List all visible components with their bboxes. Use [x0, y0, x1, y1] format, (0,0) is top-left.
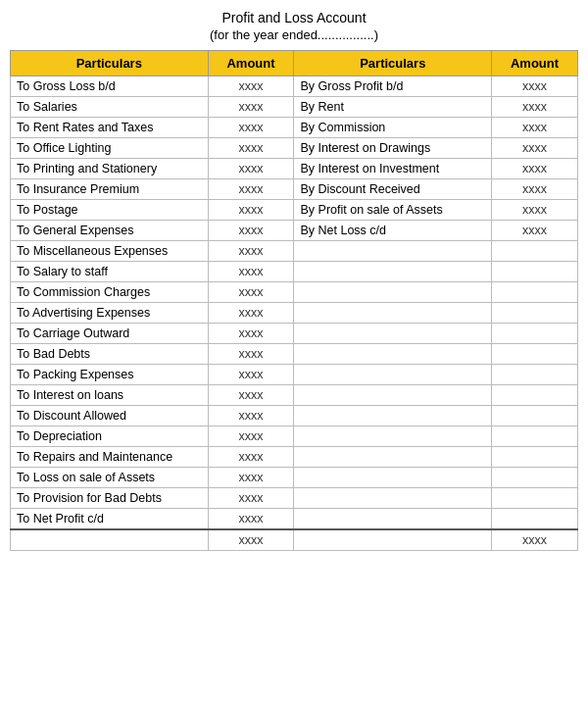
left-amount: xxxx	[208, 76, 294, 97]
table-row: To Bad Debtsxxxx	[11, 344, 578, 365]
table-row: To Depreciationxxxx	[11, 426, 578, 447]
left-particular: To Carriage Outward	[11, 324, 209, 344]
right-amount	[492, 447, 578, 468]
table-row: To Discount Allowedxxxx	[11, 406, 578, 426]
left-particular: To Rent Rates and Taxes	[11, 118, 209, 138]
left-amount: xxxx	[208, 303, 294, 324]
left-amount: xxxx	[208, 241, 294, 262]
left-particular: To Advertising Expenses	[11, 303, 209, 324]
left-particular: To Gross Loss b/d	[11, 76, 209, 97]
left-particular: To Packing Expenses	[11, 365, 209, 385]
table-row: To Advertising Expensesxxxx	[11, 303, 578, 324]
right-amount	[492, 344, 578, 365]
right-amount	[492, 426, 578, 447]
left-amount: xxxx	[208, 488, 294, 509]
right-amount	[492, 241, 578, 262]
right-amount: xxxx	[492, 97, 578, 118]
left-particular: To Salary to staff	[11, 262, 209, 282]
table-row: To Carriage Outwardxxxx	[11, 324, 578, 344]
table-row: To Loss on sale of Assetsxxxx	[11, 468, 578, 488]
left-particular: To Net Profit c/d	[11, 509, 209, 530]
left-amount: xxxx	[208, 97, 294, 118]
left-amount: xxxx	[208, 179, 294, 200]
left-amount: xxxx	[208, 159, 294, 179]
right-particular	[294, 406, 492, 426]
right-particular: By Interest on Investment	[294, 159, 492, 179]
left-amount: xxxx	[208, 406, 294, 426]
left-amount: xxxx	[208, 365, 294, 385]
right-particular	[294, 282, 492, 303]
right-particular	[294, 426, 492, 447]
left-amount: xxxx	[208, 282, 294, 303]
left-particular: To General Expenses	[11, 221, 209, 241]
header-right-amount: Amount	[492, 51, 578, 76]
left-amount: xxxx	[208, 447, 294, 468]
right-amount	[492, 406, 578, 426]
table-row: To Gross Loss b/dxxxxBy Gross Profit b/d…	[11, 76, 578, 97]
right-particular: By Net Loss c/d	[294, 221, 492, 241]
left-amount: xxxx	[208, 468, 294, 488]
left-particular: To Repairs and Maintenance	[11, 447, 209, 468]
table-row: To Net Profit c/dxxxx	[11, 509, 578, 530]
left-amount: xxxx	[208, 344, 294, 365]
table-row: To Rent Rates and TaxesxxxxBy Commission…	[11, 118, 578, 138]
table-row: To General ExpensesxxxxBy Net Loss c/dxx…	[11, 221, 578, 241]
right-particular: By Commission	[294, 118, 492, 138]
right-amount: xxxx	[492, 138, 578, 159]
left-particular: To Discount Allowed	[11, 406, 209, 426]
profit-loss-table: Particulars Amount Particulars Amount To…	[10, 50, 578, 551]
left-amount: xxxx	[208, 118, 294, 138]
right-particular	[294, 365, 492, 385]
table-row: To PostagexxxxBy Profit on sale of Asset…	[11, 200, 578, 221]
right-particular: By Profit on sale of Assets	[294, 200, 492, 221]
left-particular: To Insurance Premium	[11, 179, 209, 200]
right-amount	[492, 488, 578, 509]
left-amount: xxxx	[208, 529, 294, 551]
right-amount: xxxx	[492, 179, 578, 200]
right-amount: xxxx	[492, 221, 578, 241]
table-row: xxxxxxxx	[11, 529, 578, 551]
table-row: To Office LightingxxxxBy Interest on Dra…	[11, 138, 578, 159]
left-amount: xxxx	[208, 200, 294, 221]
left-particular: To Salaries	[11, 97, 209, 118]
right-amount	[492, 262, 578, 282]
right-amount	[492, 365, 578, 385]
left-particular	[11, 529, 209, 551]
right-particular	[294, 468, 492, 488]
right-particular: By Discount Received	[294, 179, 492, 200]
left-amount: xxxx	[208, 262, 294, 282]
table-row: To Packing Expensesxxxx	[11, 365, 578, 385]
left-particular: To Bad Debts	[11, 344, 209, 365]
header-left-particulars: Particulars	[11, 51, 209, 76]
table-row: To Interest on loansxxxx	[11, 385, 578, 406]
left-amount: xxxx	[208, 138, 294, 159]
right-amount: xxxx	[492, 529, 578, 551]
left-particular: To Commission Charges	[11, 282, 209, 303]
right-particular	[294, 447, 492, 468]
header-right-particulars: Particulars	[294, 51, 492, 76]
right-amount	[492, 282, 578, 303]
right-particular	[294, 324, 492, 344]
right-particular: By Interest on Drawings	[294, 138, 492, 159]
left-particular: To Loss on sale of Assets	[11, 468, 209, 488]
right-amount: xxxx	[492, 200, 578, 221]
right-particular	[294, 262, 492, 282]
table-row: To SalariesxxxxBy Rentxxxx	[11, 97, 578, 118]
left-amount: xxxx	[208, 324, 294, 344]
table-row: To Repairs and Maintenancexxxx	[11, 447, 578, 468]
table-row: To Salary to staffxxxx	[11, 262, 578, 282]
right-particular: By Gross Profit b/d	[294, 76, 492, 97]
right-particular	[294, 344, 492, 365]
table-row: To Commission Chargesxxxx	[11, 282, 578, 303]
left-amount: xxxx	[208, 385, 294, 406]
right-amount	[492, 324, 578, 344]
left-particular: To Interest on loans	[11, 385, 209, 406]
left-particular: To Miscellaneous Expenses	[11, 241, 209, 262]
page-subtitle: (for the year ended................)	[10, 27, 578, 42]
left-particular: To Provision for Bad Debts	[11, 488, 209, 509]
page-title: Profit and Loss Account	[10, 10, 578, 25]
right-particular: By Rent	[294, 97, 492, 118]
table-row: To Miscellaneous Expensesxxxx	[11, 241, 578, 262]
left-amount: xxxx	[208, 509, 294, 530]
table-row: To Printing and StationeryxxxxBy Interes…	[11, 159, 578, 179]
